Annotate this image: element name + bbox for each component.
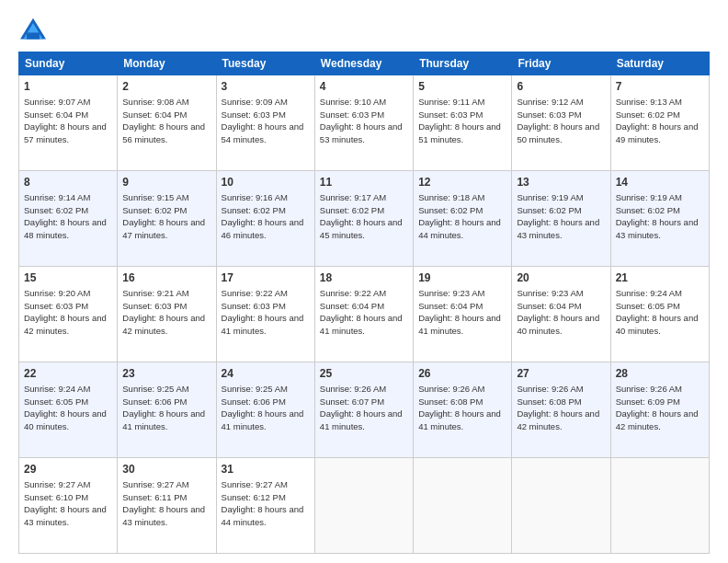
day-number: 5	[418, 79, 506, 95]
day-cell: 13Sunrise: 9:19 AMSunset: 6:02 PMDayligh…	[512, 171, 610, 267]
day-detail: Sunrise: 9:07 AMSunset: 6:04 PMDaylight:…	[24, 96, 112, 146]
day-detail: Sunrise: 9:14 AMSunset: 6:02 PMDaylight:…	[24, 191, 112, 242]
day-detail: Sunrise: 9:10 AMSunset: 6:03 PMDaylight:…	[320, 96, 408, 146]
day-cell	[414, 458, 512, 554]
logo	[18, 17, 51, 42]
day-detail: Sunrise: 9:26 AMSunset: 6:08 PMDaylight:…	[418, 383, 506, 433]
day-detail: Sunrise: 9:22 AMSunset: 6:03 PMDaylight:…	[222, 287, 310, 338]
day-detail: Sunrise: 9:24 AMSunset: 6:05 PMDaylight:…	[616, 287, 704, 338]
day-cell: 14Sunrise: 9:19 AMSunset: 6:02 PMDayligh…	[610, 171, 709, 267]
week-row-1: 1Sunrise: 9:07 AMSunset: 6:04 PMDaylight…	[19, 75, 710, 171]
day-number: 1	[24, 79, 112, 95]
header-row: SundayMondayTuesdayWednesdayThursdayFrid…	[19, 52, 710, 75]
day-cell	[512, 458, 610, 554]
day-detail: Sunrise: 9:17 AMSunset: 6:02 PMDaylight:…	[320, 191, 408, 242]
logo-icon	[18, 17, 48, 42]
day-cell: 27Sunrise: 9:26 AMSunset: 6:08 PMDayligh…	[512, 362, 610, 458]
day-detail: Sunrise: 9:27 AMSunset: 6:11 PMDaylight:…	[122, 478, 210, 529]
col-header-friday: Friday	[512, 52, 610, 75]
day-number: 15	[24, 270, 112, 286]
day-detail: Sunrise: 9:12 AMSunset: 6:03 PMDaylight:…	[517, 96, 605, 146]
day-detail: Sunrise: 9:24 AMSunset: 6:05 PMDaylight:…	[24, 383, 112, 433]
day-cell: 22Sunrise: 9:24 AMSunset: 6:05 PMDayligh…	[19, 362, 118, 458]
day-detail: Sunrise: 9:19 AMSunset: 6:02 PMDaylight:…	[616, 191, 704, 242]
week-row-5: 29Sunrise: 9:27 AMSunset: 6:10 PMDayligh…	[19, 458, 710, 554]
day-number: 29	[24, 462, 112, 477]
day-detail: Sunrise: 9:19 AMSunset: 6:02 PMDaylight:…	[517, 191, 605, 242]
day-number: 13	[517, 175, 605, 190]
day-cell: 11Sunrise: 9:17 AMSunset: 6:02 PMDayligh…	[314, 171, 413, 267]
week-row-3: 15Sunrise: 9:20 AMSunset: 6:03 PMDayligh…	[19, 267, 710, 362]
day-cell: 20Sunrise: 9:23 AMSunset: 6:04 PMDayligh…	[512, 267, 610, 362]
col-header-wednesday: Wednesday	[314, 52, 413, 75]
day-number: 23	[122, 366, 210, 382]
day-detail: Sunrise: 9:23 AMSunset: 6:04 PMDaylight:…	[418, 287, 506, 338]
day-cell: 17Sunrise: 9:22 AMSunset: 6:03 PMDayligh…	[216, 267, 314, 362]
day-cell: 6Sunrise: 9:12 AMSunset: 6:03 PMDaylight…	[512, 75, 610, 171]
day-cell: 2Sunrise: 9:08 AMSunset: 6:04 PMDaylight…	[118, 75, 216, 171]
day-cell	[610, 458, 709, 554]
col-header-sunday: Sunday	[19, 52, 118, 75]
col-header-saturday: Saturday	[610, 52, 709, 75]
day-number: 22	[24, 366, 112, 382]
day-cell: 4Sunrise: 9:10 AMSunset: 6:03 PMDaylight…	[314, 75, 413, 171]
day-cell: 5Sunrise: 9:11 AMSunset: 6:03 PMDaylight…	[414, 75, 512, 171]
day-cell: 24Sunrise: 9:25 AMSunset: 6:06 PMDayligh…	[216, 362, 314, 458]
day-detail: Sunrise: 9:16 AMSunset: 6:02 PMDaylight:…	[222, 191, 310, 242]
day-number: 17	[222, 270, 310, 286]
day-number: 21	[616, 270, 704, 286]
day-number: 25	[320, 366, 408, 382]
day-detail: Sunrise: 9:26 AMSunset: 6:09 PMDaylight:…	[616, 383, 704, 433]
day-detail: Sunrise: 9:09 AMSunset: 6:03 PMDaylight:…	[222, 96, 310, 146]
day-cell: 23Sunrise: 9:25 AMSunset: 6:06 PMDayligh…	[118, 362, 216, 458]
day-number: 11	[320, 175, 408, 190]
day-cell: 10Sunrise: 9:16 AMSunset: 6:02 PMDayligh…	[216, 171, 314, 267]
day-number: 8	[24, 175, 112, 190]
day-cell: 9Sunrise: 9:15 AMSunset: 6:02 PMDaylight…	[118, 171, 216, 267]
day-detail: Sunrise: 9:11 AMSunset: 6:03 PMDaylight:…	[418, 96, 506, 146]
col-header-monday: Monday	[118, 52, 216, 75]
day-cell: 12Sunrise: 9:18 AMSunset: 6:02 PMDayligh…	[414, 171, 512, 267]
day-number: 18	[320, 270, 408, 286]
day-number: 2	[122, 79, 210, 95]
day-cell: 18Sunrise: 9:22 AMSunset: 6:04 PMDayligh…	[314, 267, 413, 362]
day-detail: Sunrise: 9:26 AMSunset: 6:07 PMDaylight:…	[320, 383, 408, 433]
day-detail: Sunrise: 9:23 AMSunset: 6:04 PMDaylight:…	[517, 287, 605, 338]
day-detail: Sunrise: 9:25 AMSunset: 6:06 PMDaylight:…	[222, 383, 310, 433]
day-number: 12	[418, 175, 506, 190]
header	[18, 17, 710, 42]
day-number: 16	[122, 270, 210, 286]
day-detail: Sunrise: 9:21 AMSunset: 6:03 PMDaylight:…	[122, 287, 210, 338]
day-cell: 3Sunrise: 9:09 AMSunset: 6:03 PMDaylight…	[216, 75, 314, 171]
day-cell: 21Sunrise: 9:24 AMSunset: 6:05 PMDayligh…	[610, 267, 709, 362]
day-detail: Sunrise: 9:08 AMSunset: 6:04 PMDaylight:…	[122, 96, 210, 146]
day-cell: 15Sunrise: 9:20 AMSunset: 6:03 PMDayligh…	[19, 267, 118, 362]
day-number: 10	[222, 175, 310, 190]
week-row-2: 8Sunrise: 9:14 AMSunset: 6:02 PMDaylight…	[19, 171, 710, 267]
day-cell: 31Sunrise: 9:27 AMSunset: 6:12 PMDayligh…	[216, 458, 314, 554]
col-header-thursday: Thursday	[414, 52, 512, 75]
day-number: 31	[222, 462, 310, 477]
day-cell: 29Sunrise: 9:27 AMSunset: 6:10 PMDayligh…	[19, 458, 118, 554]
day-detail: Sunrise: 9:25 AMSunset: 6:06 PMDaylight:…	[122, 383, 210, 433]
svg-rect-2	[27, 33, 40, 40]
day-cell: 8Sunrise: 9:14 AMSunset: 6:02 PMDaylight…	[19, 171, 118, 267]
day-cell: 25Sunrise: 9:26 AMSunset: 6:07 PMDayligh…	[314, 362, 413, 458]
day-number: 27	[517, 366, 605, 382]
day-cell: 16Sunrise: 9:21 AMSunset: 6:03 PMDayligh…	[118, 267, 216, 362]
day-number: 30	[122, 462, 210, 477]
day-detail: Sunrise: 9:15 AMSunset: 6:02 PMDaylight:…	[122, 191, 210, 242]
day-number: 14	[616, 175, 704, 190]
day-number: 6	[517, 79, 605, 95]
day-number: 4	[320, 79, 408, 95]
day-cell	[314, 458, 413, 554]
day-detail: Sunrise: 9:20 AMSunset: 6:03 PMDaylight:…	[24, 287, 112, 338]
day-number: 9	[122, 175, 210, 190]
day-cell: 28Sunrise: 9:26 AMSunset: 6:09 PMDayligh…	[610, 362, 709, 458]
day-cell: 7Sunrise: 9:13 AMSunset: 6:02 PMDaylight…	[610, 75, 709, 171]
week-row-4: 22Sunrise: 9:24 AMSunset: 6:05 PMDayligh…	[19, 362, 710, 458]
day-number: 20	[517, 270, 605, 286]
day-number: 7	[616, 79, 704, 95]
day-detail: Sunrise: 9:26 AMSunset: 6:08 PMDaylight:…	[517, 383, 605, 433]
day-number: 28	[616, 366, 704, 382]
